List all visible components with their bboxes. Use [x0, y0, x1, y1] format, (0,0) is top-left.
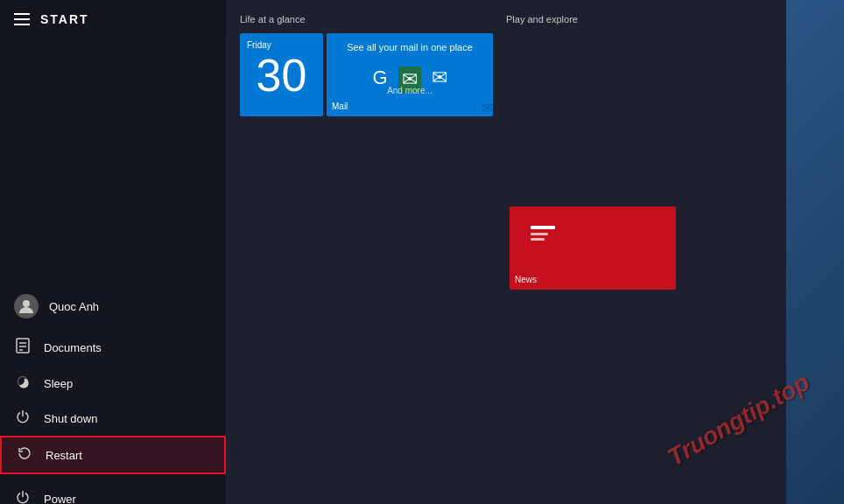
nav-item-power[interactable]: Power [0, 481, 226, 504]
svg-rect-11 [531, 226, 555, 229]
gmail-icon: G [372, 66, 387, 93]
user-name: Quoc Anh [49, 300, 99, 313]
tiles-panel: Life at a glance Friday 30 See all your … [226, 0, 786, 504]
tile-calendar[interactable]: Friday 30 [240, 33, 323, 116]
play-row-4: 𝐍 OneNote for... 🏢 Office [506, 293, 777, 376]
sleep-icon [14, 374, 32, 392]
mail-top-text: See all your mail in one place [347, 42, 473, 52]
nav-item-sleep[interactable]: Sleep [0, 366, 226, 401]
shutdown-icon [14, 410, 32, 427]
svg-point-0 [23, 300, 30, 307]
play-row-1: Xbox Console... Groove Music ▶️ Movies & [506, 33, 777, 116]
mail-and-more: And more... [387, 86, 433, 95]
documents-icon [14, 338, 32, 357]
power-label: Power [44, 493, 76, 505]
avatar [14, 294, 39, 318]
user-section[interactable]: Quoc Anh [0, 284, 226, 329]
desktop: START Quoc Anh [0, 0, 844, 504]
svg-rect-12 [531, 233, 548, 235]
nav-item-shutdown[interactable]: Shut down [0, 401, 226, 436]
tiles-row-5: 🛰️ [240, 380, 776, 463]
mail-icon: ✉ [432, 66, 447, 93]
play-row-2: 🃏 Solitaire [506, 120, 777, 203]
mail-label: Mail [332, 102, 348, 111]
tile-mail[interactable]: See all your mail in one place G ✉ ✉ And… [327, 33, 493, 116]
news-icon [527, 219, 559, 254]
nav-item-documents[interactable]: Documents [0, 329, 226, 366]
sleep-label: Sleep [44, 377, 73, 390]
restart-label: Restart [46, 449, 82, 462]
play-row-3: Money News [506, 206, 777, 290]
shutdown-label: Shut down [44, 412, 97, 425]
start-label: START [40, 12, 89, 26]
power-icon [14, 490, 32, 504]
tile-news[interactable]: News [510, 206, 676, 290]
hamburger-icon[interactable] [14, 13, 30, 25]
documents-label: Documents [44, 341, 102, 354]
restart-icon [16, 446, 33, 464]
mail-envelope-icon: ✉ [482, 100, 493, 116]
start-header[interactable]: START [0, 0, 226, 38]
nav-item-restart[interactable]: Restart [0, 436, 226, 474]
play-section-label: Play and explore [506, 14, 777, 24]
calendar-date: 30 [257, 52, 307, 98]
svg-rect-13 [531, 238, 545, 241]
left-panel: START Quoc Anh [0, 0, 226, 504]
news-label: News [515, 275, 537, 284]
calendar-day: Friday [247, 40, 271, 50]
play-section: Play and explore Xbox Console... [506, 10, 777, 380]
